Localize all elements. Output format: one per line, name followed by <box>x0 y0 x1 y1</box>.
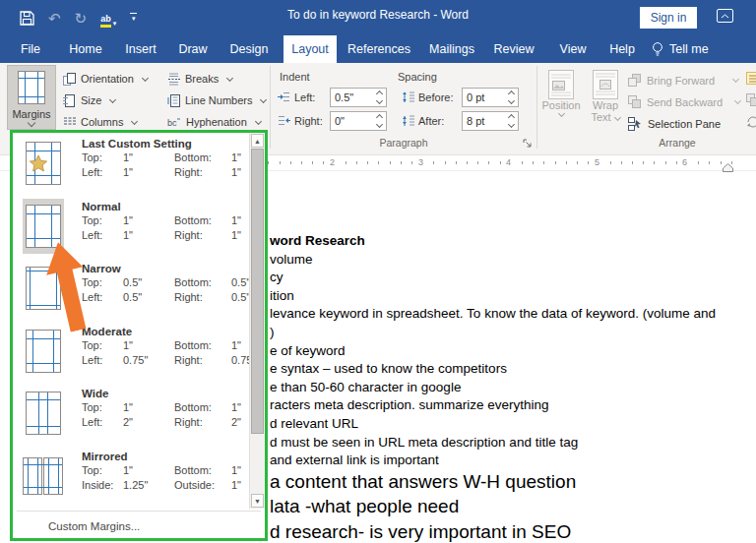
indent-right-input[interactable]: 0" <box>330 111 387 131</box>
custom-margins-item[interactable]: Custom Margins... <box>13 513 265 538</box>
ribbon-tab-row: File Home Insert Draw Design Layout Refe… <box>0 35 756 63</box>
spinner[interactable] <box>374 89 385 106</box>
size-label: Size <box>81 94 101 106</box>
bring-forward-button[interactable]: Bring Forward <box>628 71 738 90</box>
doc-line: cy <box>270 270 754 288</box>
rotate-icon[interactable] <box>746 114 756 127</box>
tell-me-box[interactable]: Tell me <box>652 35 709 63</box>
indent-left-input[interactable]: 0.5" <box>330 88 387 107</box>
scrollbar-thumb[interactable] <box>251 149 264 434</box>
spacing-before-label: Before: <box>418 91 458 103</box>
position-button[interactable]: Position <box>540 65 582 130</box>
align-icon[interactable] <box>746 71 756 84</box>
columns-label: Columns <box>81 116 123 128</box>
group-divider <box>270 66 271 149</box>
dropdown-scrollbar[interactable]: ▲ ▼ <box>249 133 265 509</box>
margin-preset-moderate[interactable]: Moderate Top: 1" Bottom: 1" Left: 0.75" … <box>13 321 265 384</box>
size-icon <box>63 94 76 107</box>
chevron-down-icon <box>557 110 564 117</box>
ribbon-display-options-icon[interactable] <box>717 9 733 27</box>
tab-home[interactable]: Home <box>61 35 110 63</box>
doc-line: racters meta description. summarize ever… <box>270 397 754 416</box>
doc-line: ition <box>270 288 754 307</box>
line-numbers-button[interactable]: Line Numbers <box>167 90 266 110</box>
preset-bottom-label: Bottom: <box>174 276 231 288</box>
selection-pane-icon <box>628 117 643 131</box>
indent-section-label: Indent <box>280 71 310 83</box>
selection-pane-button[interactable]: Selection Pane <box>628 114 721 133</box>
columns-button[interactable]: Columns <box>63 112 137 132</box>
tab-review[interactable]: Review <box>486 35 541 63</box>
doc-line: ) <box>270 325 754 343</box>
size-button[interactable]: Size <box>63 90 115 110</box>
indent-left-value: 0.5" <box>335 91 353 103</box>
tab-draw[interactable]: Draw <box>169 35 217 63</box>
preset-top-label: Top: <box>82 151 123 163</box>
margin-preset-normal[interactable]: Normal Top: 1" Bottom: 1" Left: 1" Right… <box>13 196 265 259</box>
preset-left-label: Left: <box>82 229 123 241</box>
columns-icon <box>63 116 76 129</box>
margin-preset-mirrored[interactable]: Mirrored Top: 1" Bottom: 1" Inside: 1.25… <box>13 446 265 509</box>
margin-preset-icon <box>23 449 64 504</box>
hyphenation-button[interactable]: bc Hyphenation <box>167 112 261 132</box>
chevron-down-icon <box>260 95 267 102</box>
tab-insert[interactable]: Insert <box>116 35 165 63</box>
preset-top-value: 1" <box>123 401 174 413</box>
doc-line: e syntax – used to know the competitors <box>270 361 754 380</box>
margin-preset-icon-selected <box>23 199 64 254</box>
margin-preset-last-custom[interactable]: Last Custom Setting Top: 1" Bottom: 1" L… <box>13 133 265 196</box>
tab-design[interactable]: Design <box>220 35 278 63</box>
orientation-button[interactable]: Orientation <box>63 69 148 89</box>
preset-bottom-label: Bottom: <box>174 151 231 163</box>
document-page[interactable]: word Research volume cy ition levance ke… <box>270 233 754 543</box>
right-indent-marker[interactable] <box>723 158 733 176</box>
doc-line: lata -what people need <box>270 496 754 520</box>
tab-help[interactable]: Help <box>600 35 644 63</box>
preset-top-label: Top: <box>82 214 123 226</box>
preset-top-label: Top: <box>82 401 123 413</box>
scroll-down-icon[interactable]: ▼ <box>251 494 264 508</box>
chevron-down-icon <box>614 114 621 121</box>
spacing-before-input[interactable]: 0 pt <box>462 88 519 107</box>
indent-left-icon <box>278 91 290 102</box>
preset-left-value: 0.75" <box>123 354 174 366</box>
margin-preset-wide[interactable]: Wide Top: 1" Bottom: 1" Left: 2" Right: … <box>13 383 265 446</box>
margin-preset-narrow[interactable]: Narrow Top: 0.5" Bottom: 0.5" Left: 0.5"… <box>13 258 265 321</box>
ruler-number: 5 <box>592 155 602 170</box>
wrap-text-button[interactable]: Wrap Text <box>585 65 626 130</box>
preset-bottom-label: Bottom: <box>174 339 231 351</box>
tab-mailings[interactable]: Mailings <box>421 35 482 63</box>
preset-bottom-label: Bottom: <box>174 214 231 226</box>
spacing-section-label: Spacing <box>398 71 437 83</box>
doc-line: levance keyword in spreadsheet. To know … <box>270 306 754 325</box>
preset-left-label: Left: <box>82 166 123 178</box>
ruler-ticks <box>246 161 738 164</box>
tab-references[interactable]: References <box>346 35 411 63</box>
sign-in-button[interactable]: Sign in <box>640 7 697 29</box>
indent-left-field: Left: 0.5" <box>278 87 387 107</box>
tab-file[interactable]: File <box>12 35 49 63</box>
spacing-after-label: After: <box>418 115 458 127</box>
spinner[interactable] <box>374 112 385 130</box>
margins-button[interactable]: Margins <box>7 65 56 130</box>
ruler-number: 6 <box>679 155 690 170</box>
tab-view[interactable]: View <box>549 35 597 63</box>
paragraph-dialog-launcher-icon[interactable] <box>523 136 534 147</box>
group-icon[interactable] <box>746 92 756 105</box>
scroll-up-icon[interactable]: ▲ <box>251 134 264 148</box>
chevron-down-icon <box>142 74 149 81</box>
send-backward-button[interactable]: Send Backward <box>628 92 740 111</box>
preset-title: Last Custom Setting <box>82 138 265 150</box>
tab-layout[interactable]: Layout <box>284 35 337 63</box>
ruler-number: 3 <box>415 155 426 170</box>
bring-forward-icon <box>628 74 642 87</box>
indent-right-field: Right: 0" <box>278 110 387 131</box>
preset-left-value: 0.5" <box>123 291 174 303</box>
spacing-after-input[interactable]: 8 pt <box>462 111 519 131</box>
spinner[interactable] <box>506 89 517 106</box>
spinner[interactable] <box>506 112 517 130</box>
margins-icon <box>18 71 45 104</box>
breaks-button[interactable]: Breaks <box>167 69 232 89</box>
line-numbers-icon <box>167 94 180 107</box>
doc-line: e of keyword <box>270 343 754 362</box>
